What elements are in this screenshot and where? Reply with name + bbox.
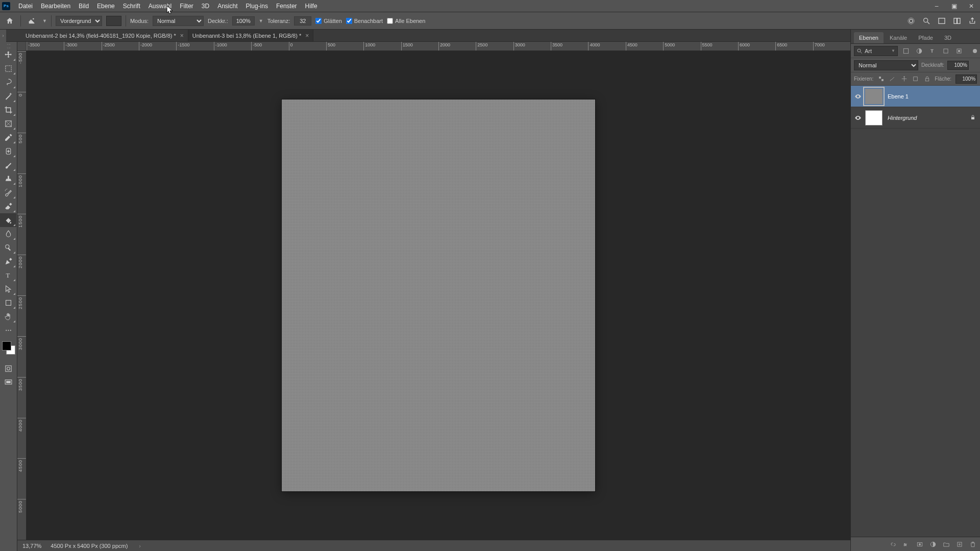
menu-3d[interactable]: 3D — [198, 0, 213, 12]
menu-bearbeiten[interactable]: Bearbeiten — [37, 0, 75, 12]
lock-position-icon[interactable] — [900, 75, 908, 83]
move-tool[interactable] — [0, 48, 16, 62]
workspace-switcher-icon[interactable] — [952, 16, 962, 26]
filter-shape-icon[interactable] — [941, 46, 951, 56]
layer-thumbnail[interactable] — [865, 89, 883, 104]
status-bar-menu-icon[interactable]: › — [139, 543, 141, 549]
all-layers-checkbox[interactable]: Alle Ebenen — [387, 18, 425, 24]
eyedropper-tool[interactable] — [0, 131, 16, 144]
layer-mask-icon[interactable] — [916, 540, 924, 548]
canvas[interactable] — [282, 99, 595, 491]
horizontal-ruler[interactable]: -3500-3000-2500-2000-1500-1000-500050010… — [27, 42, 850, 51]
screen-mode-button[interactable] — [0, 375, 16, 389]
quick-mask-button[interactable] — [0, 362, 16, 375]
blend-mode-select[interactable]: Normal — [153, 16, 204, 26]
close-tab-icon[interactable]: × — [180, 32, 184, 39]
canvas-viewport[interactable] — [27, 51, 850, 540]
cloud-docs-icon[interactable] — [906, 16, 916, 26]
foreground-color-swatch[interactable] — [2, 341, 11, 350]
layer-name[interactable]: Hintergrund — [888, 115, 917, 121]
layer-visibility-toggle[interactable] — [851, 93, 865, 100]
lasso-tool[interactable] — [0, 76, 16, 89]
layer-group-icon[interactable] — [942, 540, 950, 548]
menu-filter[interactable]: Filter — [176, 0, 198, 12]
menu-ansicht[interactable]: Ansicht — [213, 0, 241, 12]
menu-datei[interactable]: Datei — [14, 0, 37, 12]
history-brush-tool[interactable] — [0, 186, 16, 199]
window-minimize-button[interactable]: – — [928, 0, 945, 12]
menu-ebene[interactable]: Ebene — [93, 0, 119, 12]
lock-transparency-icon[interactable] — [877, 75, 885, 83]
eraser-tool[interactable] — [0, 199, 16, 213]
chevron-down-icon[interactable]: ▼ — [259, 18, 263, 23]
layer-fill-input[interactable] — [955, 74, 977, 84]
document-info[interactable]: 4500 Px x 5400 Px (300 ppcm) — [51, 543, 128, 549]
adjustment-layer-icon[interactable] — [929, 540, 937, 548]
filter-adjustment-icon[interactable] — [914, 46, 924, 56]
layer-visibility-toggle[interactable] — [851, 114, 865, 121]
layer-opacity-input[interactable] — [947, 61, 969, 70]
dodge-tool[interactable] — [0, 241, 16, 255]
new-layer-icon[interactable] — [955, 540, 964, 548]
fill-source-select[interactable]: Vordergrund — [56, 16, 102, 26]
clone-stamp-tool[interactable] — [0, 172, 16, 186]
type-tool[interactable]: T — [0, 268, 16, 282]
toolbox-expander[interactable]: › — [0, 30, 6, 42]
path-select-tool[interactable] — [0, 282, 16, 296]
toolbox-grab-handle[interactable] — [0, 43, 17, 48]
layer-row[interactable]: Ebene 1 — [851, 86, 980, 107]
ruler-origin[interactable] — [17, 42, 27, 51]
blur-tool[interactable] — [0, 227, 16, 241]
shape-tool[interactable] — [0, 296, 16, 310]
menu-bild[interactable]: Bild — [75, 0, 93, 12]
edit-toolbar-button[interactable] — [0, 323, 16, 337]
close-tab-icon[interactable]: × — [305, 32, 309, 39]
filter-toggle-icon[interactable] — [973, 49, 977, 53]
menu-schrift[interactable]: Schrift — [119, 0, 144, 12]
window-close-button[interactable]: ✕ — [963, 0, 980, 12]
document-tab[interactable]: Unbenannt-3 bei 13,8% (Ebene 1, RGB/8) *… — [188, 30, 313, 41]
panel-tab-pfade[interactable]: Pfade — [913, 32, 938, 43]
search-icon[interactable] — [922, 16, 931, 26]
panel-tab-ebenen[interactable]: Ebenen — [854, 32, 884, 43]
magic-wand-tool[interactable] — [0, 89, 16, 103]
active-tool-icon[interactable] — [25, 15, 38, 27]
layer-fx-icon[interactable]: fx — [902, 540, 911, 548]
menu-hilfe[interactable]: Hilfe — [301, 0, 322, 12]
paint-bucket-tool[interactable] — [0, 213, 16, 227]
layer-filter-kind[interactable]: ▼ — [854, 46, 898, 56]
tolerance-input[interactable] — [294, 16, 311, 26]
frame-tool[interactable] — [0, 117, 16, 131]
link-layers-icon[interactable] — [889, 540, 897, 548]
filter-smartobj-icon[interactable] — [954, 46, 964, 56]
layer-row[interactable]: Hintergrund — [851, 107, 980, 129]
brush-tool[interactable] — [0, 158, 16, 172]
window-restore-button[interactable]: ▣ — [945, 0, 963, 12]
zoom-level[interactable]: 13,77% — [22, 543, 41, 549]
color-swatches[interactable] — [0, 340, 17, 358]
menu-plug-ins[interactable]: Plug-ins — [242, 0, 272, 12]
menu-fenster[interactable]: Fenster — [272, 0, 301, 12]
lock-artboard-icon[interactable] — [912, 75, 919, 83]
layer-filter-input[interactable] — [865, 48, 889, 54]
filter-type-icon[interactable]: T — [927, 46, 938, 56]
pen-tool[interactable] — [0, 255, 16, 268]
menu-auswahl[interactable]: Auswahl — [144, 0, 176, 12]
antialias-checkbox[interactable]: Glätten — [315, 18, 341, 24]
arrange-docs-icon[interactable] — [937, 16, 946, 26]
contiguous-checkbox[interactable]: Benachbart — [346, 18, 383, 24]
pattern-swatch[interactable] — [106, 16, 121, 26]
panel-tab-kanäle[interactable]: Kanäle — [885, 32, 912, 43]
crop-tool[interactable] — [0, 103, 16, 117]
vertical-ruler[interactable]: -500050010001500200025003000350040004500… — [17, 51, 27, 540]
home-button[interactable] — [3, 15, 16, 27]
layer-name[interactable]: Ebene 1 — [888, 93, 909, 99]
layer-blend-mode-select[interactable]: Normal — [854, 60, 918, 70]
healing-brush-tool[interactable] — [0, 144, 16, 158]
share-icon[interactable] — [968, 16, 977, 26]
panel-tab-3d[interactable]: 3D — [939, 32, 957, 43]
delete-layer-icon[interactable] — [969, 540, 977, 548]
marquee-tool[interactable] — [0, 62, 16, 76]
document-tab[interactable]: Unbenannt-2 bei 14,3% (field-406181_1920… — [21, 30, 188, 41]
chevron-down-icon[interactable]: ▼ — [42, 18, 47, 23]
